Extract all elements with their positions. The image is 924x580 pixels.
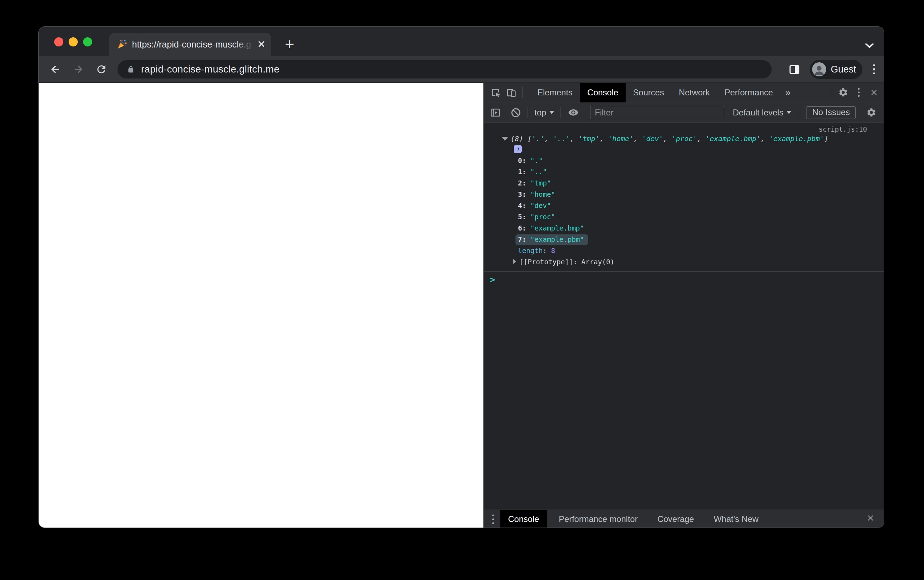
browser-window: https://rapid-concise-muscle.g + rapid-c… (38, 26, 884, 528)
console-sidebar-icon[interactable] (488, 103, 503, 122)
back-icon[interactable] (48, 62, 63, 77)
expand-caret-icon[interactable] (502, 137, 508, 141)
drawer-tab-what-s-new[interactable]: What's New (706, 510, 766, 528)
close-button[interactable] (54, 37, 63, 46)
prototype-label: [[Prototype]] (520, 258, 573, 266)
zoom-button[interactable] (83, 37, 92, 46)
drawer-tab-console[interactable]: Console (500, 510, 547, 528)
collapsed-caret-icon[interactable] (513, 259, 516, 264)
browser-tab[interactable]: https://rapid-concise-muscle.g (109, 33, 271, 56)
context-selector[interactable]: top (534, 108, 554, 117)
address-bar[interactable]: rapid-concise-muscle.glitch.me (118, 60, 772, 79)
array-item-row[interactable]: 7: "example.pbm" (484, 234, 884, 245)
drawer-menu-kebab-icon[interactable] (492, 514, 494, 524)
array-preview-item: 'example.pbm' (769, 134, 824, 143)
context-label: top (534, 108, 546, 117)
forward-icon[interactable] (71, 62, 86, 77)
reload-icon[interactable] (94, 62, 109, 77)
array-expanded-items: 0: "."1: ".."2: "tmp"3: "home"4: "dev"5:… (484, 155, 884, 245)
array-item-index: 2: (518, 179, 526, 187)
avatar-icon (812, 62, 826, 76)
tab-close-icon[interactable] (257, 40, 266, 49)
prototype-row[interactable]: [[Prototype]]: Array(0) (484, 257, 884, 268)
drawer-tab-coverage[interactable]: Coverage (649, 510, 702, 528)
array-item-index: 7: (518, 236, 526, 244)
array-item-value: ".." (530, 168, 547, 176)
array-item-row[interactable]: 6: "example.bmp" (484, 223, 884, 234)
new-tab-button[interactable]: + (281, 36, 298, 53)
console-settings-gear-icon[interactable] (863, 103, 879, 122)
devtools-tab-elements[interactable]: Elements (530, 83, 580, 102)
array-item-value: "dev" (530, 202, 551, 210)
array-item-row[interactable]: 1: ".." (484, 166, 884, 178)
inspect-element-icon[interactable] (488, 83, 503, 102)
array-preview[interactable]: (8) ['.', '..', 'tmp', 'home', 'dev', 'p… (484, 133, 884, 144)
property-name: length (518, 247, 543, 255)
array-item-row[interactable]: 2: "tmp" (484, 178, 884, 189)
array-item-index: 3: (518, 190, 526, 198)
chevron-down-icon[interactable] (864, 42, 875, 49)
tab-strip: https://rapid-concise-muscle.g + (39, 27, 884, 56)
array-preview-item: '..' (553, 134, 570, 143)
clear-console-icon[interactable] (508, 103, 524, 122)
info-icon[interactable]: i (514, 145, 522, 153)
array-item-value: "tmp" (530, 179, 551, 187)
devtools-tab-network[interactable]: Network (671, 83, 717, 102)
prototype-value: Array(0) (581, 258, 614, 266)
log-levels-label: Default levels (733, 108, 783, 117)
eye-icon[interactable] (566, 103, 581, 122)
devtools-tab-performance[interactable]: Performance (717, 83, 780, 102)
console-toolbar: top Default levels No Issues (484, 102, 884, 123)
array-item-index: 5: (518, 213, 526, 221)
drawer-tabs: ConsolePerformance monitorCoverageWhat's… (500, 510, 766, 528)
console-log-entry: script.js:10 (8) ['.', '..', 'tmp', 'hom… (484, 123, 884, 272)
browser-menu-kebab-icon[interactable] (873, 64, 875, 75)
side-panel-icon[interactable] (786, 62, 802, 77)
chevron-down-icon (549, 111, 554, 114)
prompt-chevron-icon: > (490, 275, 495, 285)
devtools-tabbar-tabs: ElementsConsoleSourcesNetworkPerformance (530, 83, 781, 102)
devtools-tabbar: ElementsConsoleSourcesNetworkPerformance… (484, 83, 884, 102)
source-location-link[interactable]: script.js:10 (819, 125, 867, 133)
settings-gear-icon[interactable] (835, 83, 851, 102)
devtools-panel: ElementsConsoleSourcesNetworkPerformance… (483, 83, 884, 528)
array-length-row: length: 8 (484, 245, 884, 257)
browser-toolbar: rapid-concise-muscle.glitch.me Guest (39, 56, 884, 83)
array-preview-item: '.' (532, 134, 544, 143)
array-preview-item: 'proc' (672, 134, 697, 143)
highlighted-array-item: 7: "example.pbm" (515, 234, 588, 245)
page-content (39, 83, 483, 528)
log-levels-selector[interactable]: Default levels (733, 108, 791, 117)
array-item-row[interactable]: 3: "home" (484, 189, 884, 200)
issues-counter-button[interactable]: No Issues (806, 106, 856, 119)
array-item-index: 6: (518, 224, 526, 232)
array-item-row[interactable]: 5: "proc" (484, 211, 884, 223)
devtools-menu-kebab-icon[interactable] (851, 83, 866, 102)
array-preview-item: 'home' (608, 134, 633, 143)
console-prompt[interactable]: > (484, 272, 884, 285)
drawer-close-icon[interactable] (866, 514, 875, 524)
devtools-close-icon[interactable] (866, 83, 882, 102)
minimize-button[interactable] (69, 37, 78, 46)
array-preview-count: (8) [ (511, 134, 532, 143)
more-panels-button[interactable]: » (781, 83, 796, 102)
url-text: rapid-concise-muscle.glitch.me (141, 64, 280, 75)
property-value: 8 (551, 247, 555, 255)
filter-input[interactable] (590, 106, 724, 119)
array-item-value: "example.pbm" (530, 236, 584, 244)
array-item-index: 1: (518, 168, 526, 176)
array-item-row[interactable]: 4: "dev" (484, 200, 884, 211)
array-item-value: "example.bmp" (530, 224, 584, 232)
devtools-tab-sources[interactable]: Sources (626, 83, 671, 102)
array-preview-item: 'example.bmp' (705, 134, 761, 143)
window-controls (54, 37, 92, 46)
device-toolbar-icon[interactable] (503, 83, 519, 102)
chevron-down-icon (786, 111, 791, 114)
lock-icon (127, 65, 135, 74)
array-item-index: 4: (518, 202, 526, 210)
drawer-tab-performance-monitor[interactable]: Performance monitor (551, 510, 645, 528)
array-preview-item: 'tmp' (579, 134, 600, 143)
array-item-row[interactable]: 0: "." (484, 155, 884, 166)
devtools-tab-console[interactable]: Console (580, 83, 626, 102)
profile-button[interactable]: Guest (810, 60, 862, 79)
